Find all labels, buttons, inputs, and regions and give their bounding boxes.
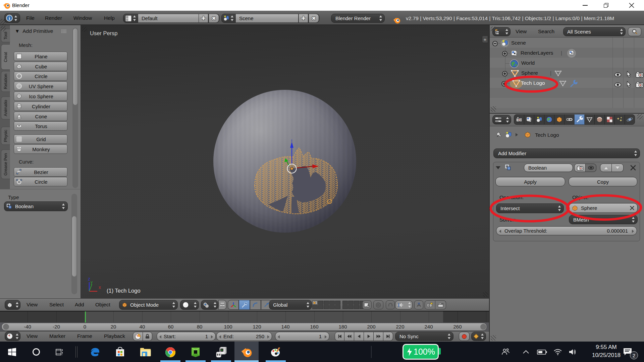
- svg-text:x: x: [99, 285, 101, 290]
- svg-text:y: y: [91, 280, 93, 285]
- svg-text:z: z: [88, 276, 90, 282]
- svg-text:i: i: [9, 16, 10, 21]
